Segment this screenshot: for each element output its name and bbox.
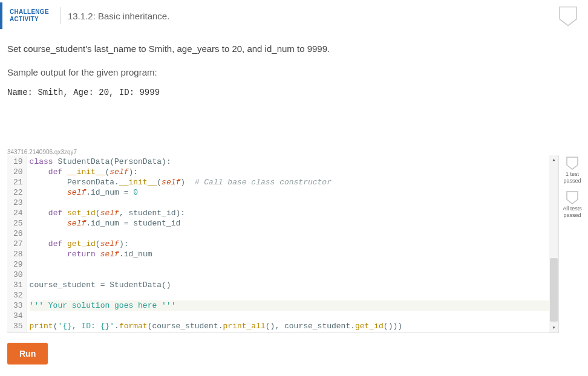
line-number: 33: [13, 300, 23, 311]
line-number: 35: [13, 321, 23, 331]
scroll-down-arrow[interactable]: ▾: [549, 323, 558, 332]
line-number: 31: [13, 280, 23, 290]
code-line[interactable]: self.id_num = student_id: [30, 218, 556, 229]
scroll-thumb[interactable]: [550, 258, 558, 322]
line-number: 21: [13, 177, 23, 187]
code-body: 1920212223242526272829303132333435 class…: [7, 155, 558, 332]
code-line[interactable]: PersonData.__init__(self) # Call base cl…: [30, 177, 556, 187]
scroll-up-arrow[interactable]: ▴: [549, 155, 558, 164]
code-line[interactable]: ''' Your solution goes here ''': [30, 300, 556, 311]
line-number: 26: [13, 229, 23, 239]
code-line[interactable]: [30, 270, 556, 280]
code-line[interactable]: [30, 259, 556, 270]
line-number: 23: [13, 198, 23, 208]
line-number: 30: [13, 270, 23, 280]
instructions-text: Set course_student's last_name to Smith,…: [0, 31, 588, 56]
activity-title: 13.1.2: Basic inheritance.: [68, 11, 169, 21]
vertical-scrollbar[interactable]: ▴ ▾: [549, 155, 558, 332]
badge-shield-icon: [558, 6, 578, 27]
code-line[interactable]: [30, 229, 556, 239]
code-line[interactable]: def get_id(self):: [30, 239, 556, 249]
line-number: 27: [13, 239, 23, 249]
header: CHALLENGE ACTIVITY 13.1.2: Basic inherit…: [0, 0, 588, 31]
one-test-passed-label: 1 test passed: [559, 171, 586, 184]
editor-area: 1920212223242526272829303132333435 class…: [0, 155, 588, 333]
code-line[interactable]: def __init__(self):: [30, 167, 556, 177]
test-badge-icon: [566, 157, 578, 170]
line-number: 19: [13, 157, 23, 167]
code-editor[interactable]: 1920212223242526272829303132333435 class…: [7, 155, 559, 333]
watermark-id: 343716.2140906.qx3zqy7: [0, 106, 588, 155]
all-tests-passed-label: All tests passed: [559, 206, 586, 219]
line-number: 28: [13, 249, 23, 259]
line-number: 34: [13, 311, 23, 321]
run-button[interactable]: Run: [7, 343, 48, 365]
challenge-label-line2: ACTIVITY: [10, 16, 49, 23]
code-line[interactable]: [30, 311, 556, 321]
code-line[interactable]: [30, 290, 556, 300]
header-divider: [60, 7, 60, 24]
line-number: 24: [13, 208, 23, 218]
code-line[interactable]: self.id_num = 0: [30, 187, 556, 198]
line-number-gutter: 1920212223242526272829303132333435: [7, 155, 27, 332]
run-row: Run: [0, 333, 588, 374]
code-line[interactable]: [30, 198, 556, 208]
line-number: 20: [13, 167, 23, 177]
challenge-label-line1: CHALLENGE: [10, 8, 49, 16]
sample-output-label: Sample output for the given program:: [0, 56, 588, 86]
code-line[interactable]: course_student = StudentData(): [30, 280, 556, 290]
line-number: 32: [13, 290, 23, 300]
code-line[interactable]: print('{}, ID: {}'.format(course_student…: [30, 321, 556, 331]
code-content[interactable]: class StudentData(PersonData): def __ini…: [27, 155, 558, 332]
all-tests-badge-icon: [566, 191, 578, 204]
test-status-panel: 1 test passed All tests passed: [559, 155, 586, 226]
code-line[interactable]: def set_id(self, student_id):: [30, 208, 556, 218]
code-line[interactable]: return self.id_num: [30, 249, 556, 259]
code-line[interactable]: class StudentData(PersonData):: [30, 157, 556, 167]
sample-output: Name: Smith, Age: 20, ID: 9999: [0, 86, 588, 106]
line-number: 29: [13, 259, 23, 270]
line-number: 25: [13, 218, 23, 229]
line-number: 22: [13, 187, 23, 198]
challenge-activity-tag: CHALLENGE ACTIVITY: [0, 2, 56, 29]
